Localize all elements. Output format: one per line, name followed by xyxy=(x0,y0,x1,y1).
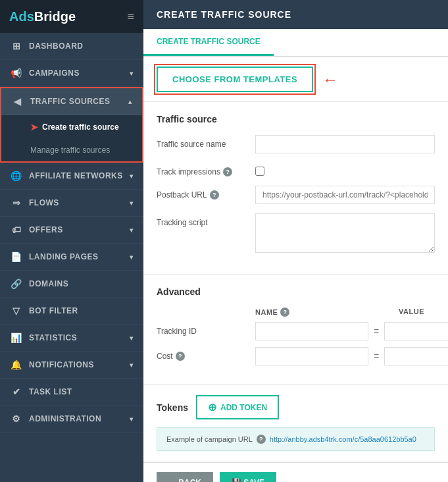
traffic-source-name-label: Traffic source name xyxy=(157,135,255,149)
add-token-button[interactable]: ⊕ ADD TOKEN xyxy=(196,395,279,419)
sidebar-item-campaigns[interactable]: 📢 CAMPAIGNS ▾ xyxy=(0,60,143,87)
notifications-icon: 🔔 xyxy=(11,360,22,370)
cost-name-input[interactable] xyxy=(255,347,368,365)
tracking-id-value-input[interactable] xyxy=(384,322,448,340)
choose-from-templates-button[interactable]: CHOOSE FROM TEMPLATES xyxy=(157,67,313,92)
traffic-sources-section: ◀ TRAFFIC SOURCES ▴ ➤ Create traffic sou… xyxy=(0,87,143,163)
advanced-section: Advanced NAME ? VALUE Tracking ID = Cost xyxy=(143,275,448,385)
logo: AdsBridge xyxy=(9,9,76,24)
sidebar-item-manage-traffic-sources[interactable]: Manage traffic sources xyxy=(1,139,142,161)
name-col-help-icon[interactable]: ? xyxy=(280,308,289,317)
sidebar-item-notifications[interactable]: 🔔 NOTIFICATIONS ▾ xyxy=(0,352,143,379)
sidebar-item-label: NOTIFICATIONS xyxy=(29,360,94,369)
sidebar-item-bot-filter[interactable]: ▽ BOT FILTER xyxy=(0,298,143,325)
sidebar-item-label: DOMAINS xyxy=(29,279,68,288)
chevron-down-icon: ▾ xyxy=(130,70,134,77)
back-label: ← BACK xyxy=(168,478,201,482)
footer-actions: ← BACK 💾 SAVE xyxy=(143,462,448,482)
administration-icon: ⚙ xyxy=(11,414,22,424)
cost-help-icon[interactable]: ? xyxy=(176,352,185,361)
postback-url-input[interactable] xyxy=(255,186,435,204)
sidebar-item-label: OFFERS xyxy=(29,225,63,234)
campaigns-icon: 📢 xyxy=(11,68,22,78)
chevron-down-icon: ▾ xyxy=(130,254,134,261)
sidebar-item-administration[interactable]: ⚙ ADMINISTRATION ▾ xyxy=(0,406,143,433)
chevron-up-icon: ▴ xyxy=(128,98,132,105)
sidebar-item-task-list[interactable]: ✔ TASK LIST xyxy=(0,379,143,406)
page-header: CREATE TRAFFIC SOURCE xyxy=(143,0,448,29)
traffic-sources-submenu: ➤ Create traffic source Manage traffic s… xyxy=(1,115,142,161)
sidebar-item-label: TRAFFIC SOURCES xyxy=(30,97,111,106)
sidebar-item-offers[interactable]: 🏷 OFFERS ▾ xyxy=(0,217,143,244)
sidebar: AdsBridge ≡ ⊞ DASHBOARD 📢 CAMPAIGNS ▾ ◀ … xyxy=(0,0,143,482)
flows-icon: ⇒ xyxy=(11,198,22,208)
page-title: CREATE TRAFFIC SOURCE xyxy=(157,9,291,20)
sidebar-item-label: LANDING PAGES xyxy=(29,252,99,261)
tracking-script-row: Tracking script xyxy=(157,213,435,253)
sidebar-item-label: FLOWS xyxy=(29,198,59,207)
plus-icon: ⊕ xyxy=(208,401,216,414)
tracking-script-input[interactable] xyxy=(255,213,435,253)
tab-bar: CREATE TRAFFIC SOURCE xyxy=(143,29,448,57)
postback-url-row: Postback URL ? xyxy=(157,186,435,204)
bot-filter-icon: ▽ xyxy=(11,306,22,316)
sidebar-item-label: ADMINISTRATION xyxy=(29,414,101,423)
sidebar-item-dashboard[interactable]: ⊞ DASHBOARD xyxy=(0,33,143,60)
task-list-icon: ✔ xyxy=(11,387,22,397)
sidebar-item-label: STATISTICS xyxy=(29,333,77,342)
sub-item-label: Manage traffic sources xyxy=(30,146,110,155)
tracking-script-label: Tracking script xyxy=(157,213,255,227)
chevron-down-icon: ▾ xyxy=(130,200,134,207)
sidebar-item-flows[interactable]: ⇒ FLOWS ▾ xyxy=(0,190,143,217)
save-button[interactable]: 💾 SAVE xyxy=(220,472,276,482)
main-content: CREATE TRAFFIC SOURCE CREATE TRAFFIC SOU… xyxy=(143,0,448,482)
chevron-down-icon: ▾ xyxy=(130,173,134,180)
sidebar-item-landing-pages[interactable]: 📄 LANDING PAGES ▾ xyxy=(0,244,143,271)
arrow-right-icon: ➤ xyxy=(30,122,38,132)
content-area: CREATE TRAFFIC SOURCE CHOOSE FROM TEMPLA… xyxy=(143,29,448,482)
column-labels: NAME ? VALUE xyxy=(255,308,435,317)
track-impressions-label: Track impressions ? xyxy=(157,163,255,176)
traffic-sources-icon: ◀ xyxy=(12,96,24,107)
cost-value-input[interactable] xyxy=(384,347,448,365)
sidebar-item-traffic-sources[interactable]: ◀ TRAFFIC SOURCES ▴ xyxy=(1,88,142,115)
choose-template-bar: CHOOSE FROM TEMPLATES ← xyxy=(143,57,448,102)
sidebar-item-label: CAMPAIGNS xyxy=(29,68,80,78)
tracking-id-name-input[interactable] xyxy=(255,322,368,340)
traffic-source-name-row: Traffic source name xyxy=(157,135,435,153)
sidebar-logo: AdsBridge ≡ xyxy=(0,0,143,33)
sidebar-item-create-traffic-source[interactable]: ➤ Create traffic source xyxy=(1,115,142,139)
tokens-title: Tokens xyxy=(157,402,188,413)
hamburger-icon[interactable]: ≡ xyxy=(127,10,134,24)
example-url-value: http://anbby.adsb4trk.com/c/5a8aa0612bb5… xyxy=(270,435,416,443)
tab-create-traffic-source[interactable]: CREATE TRAFFIC SOURCE xyxy=(143,29,274,56)
example-url-help-icon[interactable]: ? xyxy=(257,435,266,444)
equals-sign: = xyxy=(374,326,379,336)
sidebar-item-affiliate-networks[interactable]: 🌐 AFFILIATE NETWORKS ▾ xyxy=(0,163,143,190)
save-label: 💾 SAVE xyxy=(232,478,264,482)
traffic-source-name-input[interactable] xyxy=(255,135,435,153)
statistics-icon: 📊 xyxy=(11,333,22,343)
chevron-down-icon: ▾ xyxy=(130,335,134,342)
arrow-pointing-left-icon: ← xyxy=(322,70,338,89)
sidebar-item-domains[interactable]: 🔗 DOMAINS xyxy=(0,271,143,298)
affiliate-icon: 🌐 xyxy=(11,171,22,181)
equals-sign-2: = xyxy=(374,351,379,362)
landing-pages-icon: 📄 xyxy=(11,252,22,262)
back-button[interactable]: ← BACK xyxy=(157,472,213,482)
sidebar-item-statistics[interactable]: 📊 STATISTICS ▾ xyxy=(0,325,143,352)
track-impressions-help-icon[interactable]: ? xyxy=(223,167,232,176)
offers-icon: 🏷 xyxy=(11,225,22,235)
tracking-id-label: Tracking ID xyxy=(157,327,255,336)
tokens-header: Tokens ⊕ ADD TOKEN xyxy=(157,395,435,419)
cost-label: Cost ? xyxy=(157,352,255,361)
tokens-section: Tokens ⊕ ADD TOKEN Example of campaign U… xyxy=(143,385,448,462)
domains-icon: 🔗 xyxy=(11,279,22,289)
cost-row: Cost ? = xyxy=(157,347,435,365)
sidebar-item-label: DASHBOARD xyxy=(29,41,84,51)
track-impressions-checkbox[interactable] xyxy=(255,167,264,176)
example-url-box: Example of campaign URL ? http://anbby.a… xyxy=(157,427,435,451)
sidebar-item-label: TASK LIST xyxy=(29,387,72,396)
postback-url-label: Postback URL ? xyxy=(157,186,255,200)
postback-url-help-icon[interactable]: ? xyxy=(210,190,219,200)
